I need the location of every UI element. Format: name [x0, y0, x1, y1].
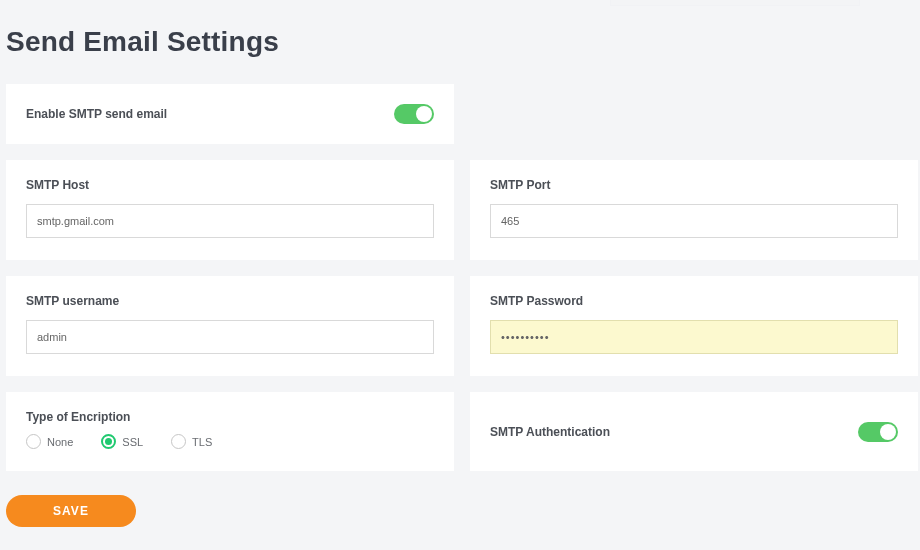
card-encryption: Type of Encription None SSL TLS: [6, 392, 454, 471]
smtp-password-label: SMTP Password: [490, 294, 898, 308]
enable-smtp-label: Enable SMTP send email: [26, 107, 167, 121]
page-title: Send Email Settings: [6, 26, 914, 58]
encryption-option-none-label: None: [47, 436, 73, 448]
encryption-option-tls-label: TLS: [192, 436, 212, 448]
card-smtp-port: SMTP Port: [470, 160, 918, 260]
encryption-option-ssl[interactable]: SSL: [101, 434, 143, 449]
encryption-option-tls[interactable]: TLS: [171, 434, 212, 449]
smtp-port-input[interactable]: [490, 204, 898, 238]
decorative-tab-outline: [610, 0, 860, 6]
smtp-port-label: SMTP Port: [490, 178, 898, 192]
smtp-auth-label: SMTP Authentication: [490, 425, 610, 439]
save-button[interactable]: SAVE: [6, 495, 136, 527]
encryption-label: Type of Encription: [26, 410, 434, 424]
smtp-host-input[interactable]: [26, 204, 434, 238]
card-enable-smtp: Enable SMTP send email: [6, 84, 454, 144]
enable-smtp-toggle[interactable]: [394, 104, 434, 124]
smtp-username-label: SMTP username: [26, 294, 434, 308]
card-smtp-host: SMTP Host: [6, 160, 454, 260]
smtp-password-input[interactable]: [490, 320, 898, 354]
radio-icon: [171, 434, 186, 449]
radio-icon: [26, 434, 41, 449]
smtp-host-label: SMTP Host: [26, 178, 434, 192]
card-smtp-auth: SMTP Authentication: [470, 392, 918, 471]
card-smtp-username: SMTP username: [6, 276, 454, 376]
card-smtp-password: SMTP Password: [470, 276, 918, 376]
radio-icon: [101, 434, 116, 449]
encryption-option-ssl-label: SSL: [122, 436, 143, 448]
encryption-option-none[interactable]: None: [26, 434, 73, 449]
encryption-radio-group: None SSL TLS: [26, 434, 434, 449]
smtp-auth-toggle[interactable]: [858, 422, 898, 442]
smtp-username-input[interactable]: [26, 320, 434, 354]
